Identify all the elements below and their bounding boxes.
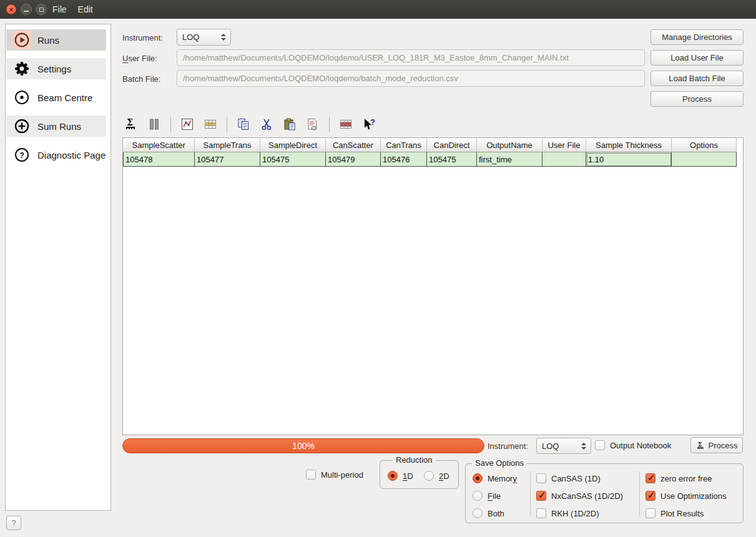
- column-header[interactable]: Options: [672, 138, 737, 152]
- instrument-select-bottom[interactable]: LOQ: [536, 438, 591, 454]
- question-circle-icon: ?: [12, 145, 31, 164]
- sidebar-item-label: Sum Runs: [37, 121, 81, 132]
- svg-text:Σ: Σ: [697, 441, 702, 448]
- save-memory-option[interactable]: Memory: [473, 473, 517, 483]
- column-header[interactable]: CanDirect: [427, 138, 477, 152]
- svg-text:?: ?: [370, 117, 375, 127]
- use-optimizations-checkbox[interactable]: [646, 491, 655, 501]
- cell-can-direct[interactable]: 105475: [427, 152, 477, 167]
- column-header[interactable]: Sample Thickness: [586, 138, 672, 152]
- plus-circle-icon: [12, 117, 31, 135]
- rkh-option[interactable]: RKH (1D/2D): [536, 508, 599, 518]
- delete-rows-icon[interactable]: [339, 117, 353, 131]
- sidebar-item-sum-runs[interactable]: Sum Runs: [6, 116, 106, 137]
- whats-this-icon[interactable]: ?: [362, 117, 376, 131]
- minimize-window-icon[interactable]: [21, 4, 32, 15]
- cell-can-trans[interactable]: 105476: [381, 152, 427, 167]
- save-memory-radio[interactable]: [473, 473, 483, 483]
- plot-results-checkbox[interactable]: [646, 508, 655, 518]
- cell-output-name[interactable]: first_time: [477, 152, 542, 167]
- user-file-label: User File:: [122, 54, 157, 63]
- cansas-option[interactable]: CanSAS (1D): [536, 473, 601, 483]
- reduction-group-title: Reduction: [393, 455, 436, 465]
- nxcansas-option[interactable]: NxCanSAS (1D/2D): [536, 491, 623, 501]
- navigation-sidebar: Runs Settings Beam Centre Sum Runs ? Dia…: [5, 24, 111, 511]
- sidebar-item-diagnostic-page[interactable]: ? Diagnostic Page: [6, 144, 106, 165]
- column-header[interactable]: SampleDirect: [260, 138, 326, 152]
- help-button[interactable]: ?: [6, 516, 21, 530]
- cansas-label: CanSAS (1D): [551, 474, 601, 483]
- use-optimizations-option[interactable]: Use Optimizations: [646, 491, 726, 501]
- sidebar-item-runs[interactable]: Runs: [6, 29, 106, 51]
- column-header[interactable]: SampleTrans: [195, 138, 260, 152]
- menu-edit[interactable]: Edit: [72, 0, 99, 19]
- copy-icon[interactable]: [237, 117, 250, 131]
- reduction-1d-radio[interactable]: [388, 471, 398, 481]
- reduction-1d-option[interactable]: 1D: [388, 471, 413, 481]
- manage-directories-button[interactable]: Manage Directories: [650, 29, 744, 45]
- rkh-checkbox[interactable]: [536, 508, 546, 518]
- save-both-option[interactable]: Both: [473, 508, 504, 518]
- table-toolbar: Σ ?: [124, 115, 376, 134]
- reduction-2d-radio[interactable]: [424, 471, 434, 481]
- close-window-icon[interactable]: ×: [6, 4, 17, 15]
- plot-icon[interactable]: [180, 117, 194, 131]
- process-sigma-icon[interactable]: Σ: [124, 117, 138, 131]
- zero-error-free-label: zero error free: [660, 474, 712, 483]
- cell-user-file[interactable]: [542, 152, 586, 167]
- output-notebook-option[interactable]: Output Notebook: [595, 440, 671, 450]
- load-batch-file-button[interactable]: Load Batch File: [650, 71, 744, 86]
- group-separator: [639, 471, 640, 516]
- nxcansas-checkbox[interactable]: [536, 491, 546, 501]
- cell-can-scatter[interactable]: 105479: [326, 152, 381, 167]
- cell-options[interactable]: [672, 152, 737, 167]
- erase-icon[interactable]: [306, 117, 320, 131]
- save-file-radio[interactable]: [473, 491, 483, 501]
- rkh-label: RKH (1D/2D): [551, 509, 599, 518]
- cell-sample-trans[interactable]: 105477: [195, 152, 260, 167]
- user-file-input[interactable]: /home/matthew/Documents/LOQDEMO/loqdemo/…: [177, 49, 645, 66]
- instrument-label-bottom: Instrument:: [488, 441, 528, 451]
- sidebar-item-settings[interactable]: Settings: [6, 58, 106, 79]
- zero-error-free-option[interactable]: zero error free: [646, 473, 712, 483]
- cell-sample-thickness[interactable]: 1.10: [586, 152, 672, 167]
- plot-results-option[interactable]: Plot Results: [646, 508, 704, 518]
- save-both-radio[interactable]: [473, 508, 483, 518]
- save-file-option[interactable]: File: [473, 491, 501, 501]
- maximize-window-icon[interactable]: [36, 4, 47, 15]
- column-header[interactable]: CanScatter: [326, 138, 381, 152]
- batch-file-input[interactable]: /home/matthew/Documents/LOQDEMO/loqdemo/…: [177, 70, 645, 87]
- multi-period-checkbox[interactable]: [306, 470, 316, 480]
- process-button-top[interactable]: Process: [650, 91, 744, 107]
- zero-error-free-checkbox[interactable]: [646, 473, 655, 483]
- output-notebook-checkbox[interactable]: [595, 440, 605, 450]
- cell-sample-direct[interactable]: 105475: [260, 152, 326, 167]
- batch-file-label: Batch File:: [122, 74, 160, 84]
- sidebar-item-label: Diagnostic Page: [37, 150, 106, 160]
- gear-icon: [12, 59, 31, 78]
- load-user-file-button[interactable]: Load User File: [650, 50, 744, 66]
- application-window: × File Edit Runs Settings Beam Centre: [0, 0, 756, 537]
- process-button-bottom[interactable]: Σ Process: [690, 437, 743, 453]
- paste-icon[interactable]: [283, 117, 297, 131]
- spinner-arrows-icon[interactable]: [581, 443, 586, 450]
- menu-file[interactable]: File: [47, 0, 72, 19]
- batch-runs-table[interactable]: SampleScatter SampleTrans SampleDirect C…: [122, 137, 744, 435]
- column-header[interactable]: OutputName: [477, 138, 542, 152]
- cansas-checkbox[interactable]: [536, 473, 546, 483]
- cut-icon[interactable]: [260, 117, 273, 131]
- sidebar-item-beam-centre[interactable]: Beam Centre: [6, 87, 106, 108]
- instrument-select-bottom-value: LOQ: [542, 441, 559, 451]
- column-header[interactable]: CanTrans: [381, 138, 427, 152]
- column-header[interactable]: User File: [542, 138, 586, 152]
- reduction-2d-option[interactable]: 2D: [424, 471, 449, 481]
- instrument-select[interactable]: LOQ: [177, 29, 231, 46]
- use-optimizations-label: Use Optimizations: [660, 491, 726, 501]
- table-row[interactable]: 105478 105477 105475 105479 105476 10547…: [124, 152, 737, 167]
- spinner-arrows-icon[interactable]: [221, 34, 226, 41]
- column-header[interactable]: SampleScatter: [124, 138, 195, 152]
- cell-sample-scatter[interactable]: 105478: [124, 152, 195, 167]
- pause-icon[interactable]: [147, 117, 161, 131]
- insert-rows-icon[interactable]: [204, 117, 217, 131]
- multi-period-option[interactable]: Multi-period: [306, 470, 363, 480]
